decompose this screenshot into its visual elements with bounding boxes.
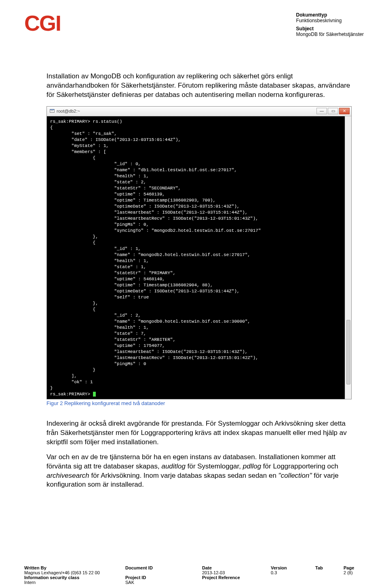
version-value: 0.3	[271, 570, 303, 575]
window-buttons: — ▭ ✕	[316, 108, 350, 114]
doc-type-value: Funktionsbeskrivning	[296, 18, 364, 23]
footer-version: Version 0.3	[271, 565, 303, 585]
p3-txt4: för Arkivsökning. Inom varje databas ska…	[89, 472, 278, 479]
paragraph-2: Indexering är också direkt avgörande för…	[46, 419, 352, 447]
terminal-prompt-line: rs_sak:PRIMARY> rs.status()	[50, 119, 122, 124]
minimize-button[interactable]: —	[316, 108, 327, 114]
project-ref-label: Project Reference	[202, 575, 259, 580]
p3-txt2: för Systemloggar,	[186, 462, 243, 470]
written-by-value: Magnus Lexhagen/+46 (0)63 15 22 00	[24, 570, 113, 575]
page-label: Page	[344, 565, 364, 570]
footer-doc-id: Document ID Project ID SAK	[125, 565, 190, 585]
document-page: CGI Dokumenttyp Funktionsbeskrivning Sub…	[0, 0, 388, 588]
project-id-value: SAK	[125, 580, 190, 585]
date-value: 2013-12-03	[202, 570, 259, 575]
terminal-end-prompt: rs_sak:PRIMARY>	[50, 392, 93, 397]
footer-tab: Tab	[315, 565, 331, 585]
project-id-label: Project ID	[125, 575, 190, 580]
footer-written-by: Written By Magnus Lexhagen/+46 (0)63 15 …	[24, 565, 113, 585]
paragraph-3: Var och en av de tre tjänsterna bör ha e…	[46, 453, 352, 490]
p3-em4: "collection"	[278, 472, 312, 479]
putty-icon	[49, 108, 55, 114]
scrollbar[interactable]	[345, 116, 351, 399]
p3-txt3: för Loggrapportering och	[261, 462, 338, 470]
figure-caption: Figur 2 Replikering konfigurerat med två…	[46, 400, 352, 406]
written-by-label: Written By	[24, 565, 113, 570]
p3-em2: pdllog	[243, 462, 261, 470]
info-class-label: Information security class	[24, 575, 113, 580]
page-value: 2 (8)	[344, 570, 364, 575]
cursor-icon	[93, 392, 96, 397]
p3-em1: auditlog	[161, 462, 186, 470]
maximize-button[interactable]: ▭	[328, 108, 338, 114]
window-title-bar: root@db2:~ — ▭ ✕	[47, 107, 351, 116]
scroll-thumb[interactable]	[346, 320, 350, 384]
version-label: Version	[271, 565, 303, 570]
title-bar-left: root@db2:~	[49, 108, 80, 114]
paragraph-1: Installation av MongoDB och konfiguratio…	[46, 72, 352, 100]
doc-type-label: Dokumenttyp	[296, 12, 364, 18]
svg-rect-2	[51, 111, 53, 111]
p3-em3: archivesearch	[46, 472, 89, 479]
date-label: Date	[202, 565, 259, 570]
subject-value: MongoDB för Säkerhetstjänster	[296, 32, 364, 37]
terminal-output: { "set" : "rs_sak", "date" : ISODate("20…	[50, 125, 261, 391]
svg-rect-1	[50, 109, 55, 110]
footer-date: Date 2013-12-03 Project Reference	[202, 565, 259, 585]
logo: CGI	[24, 12, 61, 40]
doc-id-label: Document ID	[125, 565, 190, 570]
terminal-window: root@db2:~ — ▭ ✕ rs_sak:PRIMARY> rs.stat…	[46, 106, 352, 399]
window-title: root@db2:~	[57, 109, 80, 113]
document-metadata: Dokumenttyp Funktionsbeskrivning Subject…	[296, 12, 364, 40]
terminal-body-wrap: rs_sak:PRIMARY> rs.status() { "set" : "r…	[47, 116, 351, 399]
tab-label: Tab	[315, 565, 331, 570]
subject-label: Subject	[296, 26, 364, 32]
terminal-content[interactable]: rs_sak:PRIMARY> rs.status() { "set" : "r…	[47, 116, 345, 399]
page-footer: Written By Magnus Lexhagen/+46 (0)63 15 …	[24, 565, 364, 588]
info-class-value: Intern	[24, 580, 113, 585]
page-header: CGI Dokumenttyp Funktionsbeskrivning Sub…	[24, 12, 364, 40]
footer-page: Page 2 (8)	[344, 565, 364, 585]
close-button[interactable]: ✕	[339, 108, 350, 114]
footer-row-1: Written By Magnus Lexhagen/+46 (0)63 15 …	[24, 565, 364, 585]
document-body: Installation av MongoDB och konfiguratio…	[24, 72, 364, 489]
